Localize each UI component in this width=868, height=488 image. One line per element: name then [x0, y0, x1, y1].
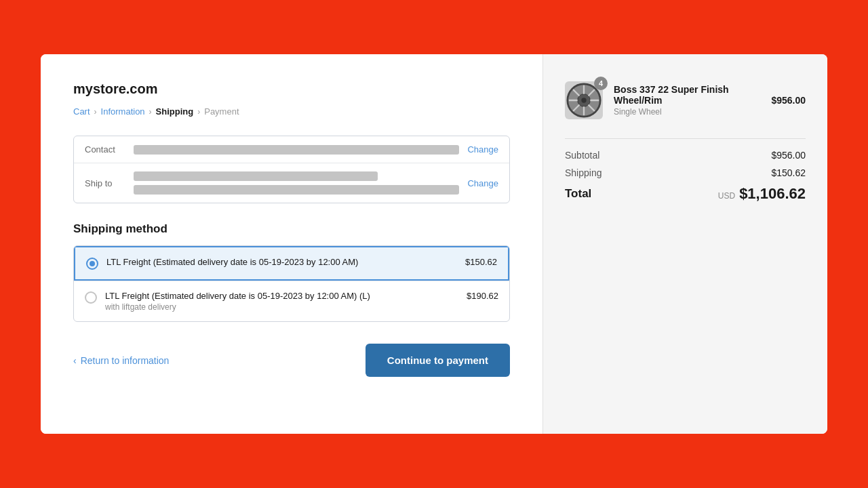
store-name: mystore.com [73, 81, 510, 97]
shipping-label: Shipping [565, 167, 602, 178]
back-to-information-link[interactable]: ‹ Return to information [73, 355, 169, 366]
item-quantity-badge: 4 [594, 77, 608, 90]
item-price: $956.00 [771, 95, 806, 106]
left-panel: mystore.com Cart › Information › Shippin… [41, 54, 542, 434]
grand-total-value: $1,106.62 [739, 185, 806, 203]
shipping-text-1: LTL Freight (Estimated delivery date is … [106, 257, 457, 267]
ship-bar-2 [134, 185, 459, 195]
contact-label: Contact [85, 144, 125, 155]
contact-change-link[interactable]: Change [467, 144, 498, 155]
back-link-label: Return to information [81, 355, 170, 366]
shipping-option-1[interactable]: LTL Freight (Estimated delivery date is … [74, 246, 509, 281]
shipping-price-2: $190.62 [467, 291, 498, 301]
subtotal-row: Subtotal $956.00 [565, 150, 806, 161]
item-name: Boss 337 22 Super Finish Wheel/Rim [614, 84, 760, 106]
ship-to-row: Ship to Change [74, 163, 509, 203]
breadcrumb: Cart › Information › Shipping › Payment [73, 106, 510, 117]
ship-to-change-link[interactable]: Change [467, 178, 498, 188]
contact-row: Contact Change [74, 136, 509, 163]
contact-content [134, 145, 459, 155]
grand-total-currency: USD [718, 191, 735, 201]
order-totals: Subtotal $956.00 Shipping $150.62 Total … [565, 138, 806, 203]
footer-actions: ‹ Return to information Continue to paym… [73, 344, 510, 377]
shipping-text-2: LTL Freight (Estimated delivery date is … [105, 291, 458, 312]
breadcrumb-sep-3: › [197, 107, 200, 117]
breadcrumb-information[interactable]: Information [101, 106, 145, 117]
right-panel: 4 Boss 337 22 Super Finish Wheel/Rim Sin… [542, 54, 827, 434]
breadcrumb-cart[interactable]: Cart [73, 106, 90, 117]
order-item: 4 Boss 337 22 Super Finish Wheel/Rim Sin… [565, 81, 806, 119]
item-image-wrapper: 4 [565, 81, 603, 119]
contact-ship-box: Contact Change Ship to Change [73, 136, 510, 203]
breadcrumb-sep-1: › [94, 107, 97, 117]
item-details: Boss 337 22 Super Finish Wheel/Rim Singl… [614, 84, 760, 117]
continue-to-payment-button[interactable]: Continue to payment [366, 344, 510, 377]
back-chevron-icon: ‹ [73, 355, 77, 366]
subtotal-value: $956.00 [771, 150, 806, 161]
shipping-price-1: $150.62 [465, 257, 497, 267]
item-variant: Single Wheel [614, 107, 760, 117]
grand-total-label: Total [565, 187, 591, 201]
shipping-label-1: LTL Freight (Estimated delivery date is … [106, 257, 457, 267]
ship-to-label: Ship to [85, 178, 125, 188]
shipping-options: LTL Freight (Estimated delivery date is … [73, 245, 510, 322]
ship-to-content [134, 171, 459, 195]
shipping-option-2[interactable]: LTL Freight (Estimated delivery date is … [74, 281, 509, 321]
svg-point-2 [581, 98, 586, 102]
contact-bar [134, 145, 459, 155]
grand-total-right: USD $1,106.62 [718, 185, 806, 203]
radio-inner-1 [90, 261, 95, 266]
ship-bar-1 [134, 171, 378, 181]
breadcrumb-payment: Payment [204, 106, 239, 117]
shipping-label-2: LTL Freight (Estimated delivery date is … [105, 291, 458, 301]
shipping-sublabel-2: with liftgate delivery [105, 302, 458, 312]
shipping-value: $150.62 [771, 167, 806, 178]
shipping-method-title: Shipping method [73, 222, 510, 236]
checkout-container: mystore.com Cart › Information › Shippin… [41, 54, 827, 434]
radio-1[interactable] [86, 258, 98, 270]
breadcrumb-shipping: Shipping [156, 106, 194, 117]
grand-total-row: Total USD $1,106.62 [565, 185, 806, 203]
subtotal-label: Subtotal [565, 150, 599, 161]
breadcrumb-sep-2: › [149, 107, 152, 117]
shipping-row: Shipping $150.62 [565, 167, 806, 178]
radio-2[interactable] [85, 291, 97, 304]
